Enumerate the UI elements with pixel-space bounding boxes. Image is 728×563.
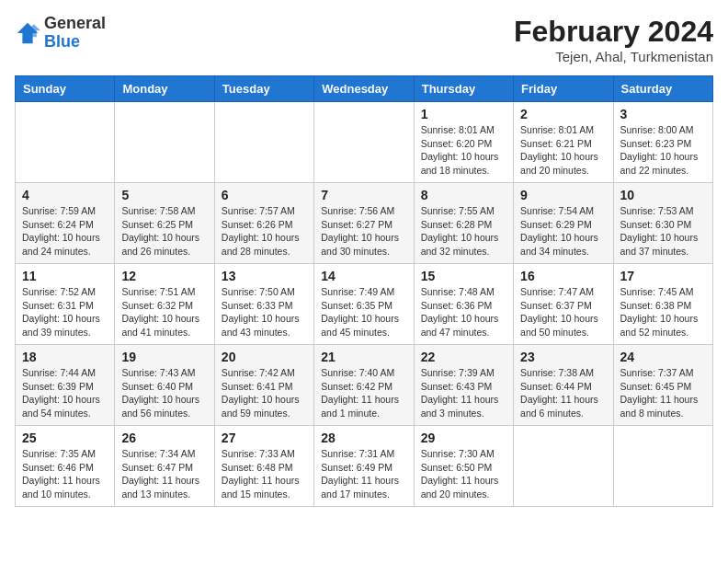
- page-header: General Blue February 2024 Tejen, Ahal, …: [15, 15, 713, 64]
- day-number: 29: [421, 431, 506, 445]
- day-number: 1: [421, 107, 506, 121]
- column-header-friday: Friday: [514, 76, 613, 102]
- logo-blue-text: Blue: [44, 32, 80, 51]
- day-info: Sunrise: 7:50 AMSunset: 6:33 PMDaylight:…: [222, 285, 307, 339]
- day-info: Sunrise: 7:35 AMSunset: 6:46 PMDaylight:…: [22, 447, 108, 501]
- day-number: 3: [620, 107, 706, 121]
- calendar-cell: 2Sunrise: 8:01 AMSunset: 6:21 PMDaylight…: [514, 102, 613, 183]
- day-info: Sunrise: 7:47 AMSunset: 6:37 PMDaylight:…: [520, 285, 606, 339]
- day-info: Sunrise: 7:58 AMSunset: 6:25 PMDaylight:…: [121, 204, 207, 259]
- calendar-week-row: 4Sunrise: 7:59 AMSunset: 6:24 PMDaylight…: [16, 183, 713, 264]
- day-info: Sunrise: 7:43 AMSunset: 6:40 PMDaylight:…: [121, 366, 207, 420]
- day-info: Sunrise: 7:48 AMSunset: 6:36 PMDaylight:…: [421, 285, 506, 339]
- day-info: Sunrise: 7:42 AMSunset: 6:41 PMDaylight:…: [222, 366, 307, 420]
- calendar-cell: 28Sunrise: 7:31 AMSunset: 6:49 PMDayligh…: [314, 426, 414, 507]
- calendar-cell: 23Sunrise: 7:38 AMSunset: 6:44 PMDayligh…: [514, 345, 613, 426]
- day-info: Sunrise: 7:33 AMSunset: 6:48 PMDaylight:…: [222, 447, 307, 501]
- day-info: Sunrise: 8:01 AMSunset: 6:20 PMDaylight:…: [421, 123, 506, 178]
- day-number: 6: [222, 188, 307, 202]
- day-number: 20: [222, 350, 307, 364]
- calendar-cell: 6Sunrise: 7:57 AMSunset: 6:26 PMDaylight…: [214, 183, 313, 264]
- day-info: Sunrise: 7:45 AMSunset: 6:38 PMDaylight:…: [620, 285, 706, 339]
- logo-icon: [15, 20, 40, 46]
- calendar-cell: [214, 102, 313, 183]
- column-header-sunday: Sunday: [16, 76, 115, 102]
- day-info: Sunrise: 7:40 AMSunset: 6:42 PMDaylight:…: [321, 366, 406, 420]
- logo: General Blue: [15, 15, 106, 52]
- calendar-cell: 10Sunrise: 7:53 AMSunset: 6:30 PMDayligh…: [613, 183, 712, 264]
- day-number: 23: [520, 350, 606, 364]
- day-number: 21: [321, 350, 406, 364]
- day-number: 10: [620, 188, 706, 202]
- title-block: February 2024 Tejen, Ahal, Turkmenistan: [514, 15, 713, 64]
- day-info: Sunrise: 7:55 AMSunset: 6:28 PMDaylight:…: [421, 204, 506, 259]
- day-info: Sunrise: 8:00 AMSunset: 6:23 PMDaylight:…: [620, 123, 706, 178]
- day-number: 24: [620, 350, 706, 364]
- day-info: Sunrise: 7:57 AMSunset: 6:26 PMDaylight:…: [222, 204, 307, 259]
- calendar-cell: 14Sunrise: 7:49 AMSunset: 6:35 PMDayligh…: [314, 264, 414, 345]
- calendar-cell: [514, 426, 613, 507]
- column-header-wednesday: Wednesday: [314, 76, 414, 102]
- calendar-header-row: SundayMondayTuesdayWednesdayThursdayFrid…: [16, 76, 713, 102]
- day-info: Sunrise: 7:56 AMSunset: 6:27 PMDaylight:…: [321, 204, 406, 259]
- day-info: Sunrise: 7:49 AMSunset: 6:35 PMDaylight:…: [321, 285, 406, 339]
- day-info: Sunrise: 7:44 AMSunset: 6:39 PMDaylight:…: [22, 366, 108, 420]
- calendar-cell: 22Sunrise: 7:39 AMSunset: 6:43 PMDayligh…: [414, 345, 513, 426]
- day-info: Sunrise: 8:01 AMSunset: 6:21 PMDaylight:…: [520, 123, 606, 178]
- calendar-cell: 20Sunrise: 7:42 AMSunset: 6:41 PMDayligh…: [214, 345, 313, 426]
- calendar-cell: 9Sunrise: 7:54 AMSunset: 6:29 PMDaylight…: [514, 183, 613, 264]
- calendar-cell: [115, 102, 214, 183]
- calendar-cell: 8Sunrise: 7:55 AMSunset: 6:28 PMDaylight…: [414, 183, 513, 264]
- month-title: February 2024: [514, 15, 713, 49]
- calendar-cell: 11Sunrise: 7:52 AMSunset: 6:31 PMDayligh…: [16, 264, 115, 345]
- calendar-week-row: 25Sunrise: 7:35 AMSunset: 6:46 PMDayligh…: [16, 426, 713, 507]
- day-info: Sunrise: 7:31 AMSunset: 6:49 PMDaylight:…: [321, 447, 406, 501]
- calendar-cell: 7Sunrise: 7:56 AMSunset: 6:27 PMDaylight…: [314, 183, 414, 264]
- calendar-cell: 1Sunrise: 8:01 AMSunset: 6:20 PMDaylight…: [414, 102, 513, 183]
- calendar-cell: 21Sunrise: 7:40 AMSunset: 6:42 PMDayligh…: [314, 345, 414, 426]
- calendar-cell: [16, 102, 115, 183]
- day-number: 5: [121, 188, 207, 202]
- day-number: 22: [421, 350, 506, 364]
- calendar-table: SundayMondayTuesdayWednesdayThursdayFrid…: [15, 75, 713, 507]
- calendar-cell: 17Sunrise: 7:45 AMSunset: 6:38 PMDayligh…: [613, 264, 712, 345]
- calendar-cell: 24Sunrise: 7:37 AMSunset: 6:45 PMDayligh…: [613, 345, 712, 426]
- calendar-cell: [314, 102, 414, 183]
- column-header-tuesday: Tuesday: [214, 76, 313, 102]
- day-number: 28: [321, 431, 406, 445]
- calendar-cell: 5Sunrise: 7:58 AMSunset: 6:25 PMDaylight…: [115, 183, 214, 264]
- day-number: 27: [222, 431, 307, 445]
- day-number: 2: [520, 107, 606, 121]
- column-header-saturday: Saturday: [613, 76, 712, 102]
- day-number: 11: [22, 269, 108, 283]
- day-info: Sunrise: 7:51 AMSunset: 6:32 PMDaylight:…: [121, 285, 207, 339]
- day-info: Sunrise: 7:59 AMSunset: 6:24 PMDaylight:…: [22, 204, 108, 259]
- calendar-cell: 26Sunrise: 7:34 AMSunset: 6:47 PMDayligh…: [115, 426, 214, 507]
- day-number: 15: [421, 269, 506, 283]
- calendar-week-row: 11Sunrise: 7:52 AMSunset: 6:31 PMDayligh…: [16, 264, 713, 345]
- day-info: Sunrise: 7:52 AMSunset: 6:31 PMDaylight:…: [22, 285, 108, 339]
- calendar-cell: 13Sunrise: 7:50 AMSunset: 6:33 PMDayligh…: [214, 264, 313, 345]
- day-number: 12: [121, 269, 207, 283]
- calendar-cell: 25Sunrise: 7:35 AMSunset: 6:46 PMDayligh…: [16, 426, 115, 507]
- day-number: 9: [520, 188, 606, 202]
- logo-general-text: General: [44, 14, 106, 32]
- day-number: 17: [620, 269, 706, 283]
- day-number: 19: [121, 350, 207, 364]
- calendar-cell: 19Sunrise: 7:43 AMSunset: 6:40 PMDayligh…: [115, 345, 214, 426]
- column-header-thursday: Thursday: [414, 76, 513, 102]
- calendar-cell: 16Sunrise: 7:47 AMSunset: 6:37 PMDayligh…: [514, 264, 613, 345]
- calendar-cell: 3Sunrise: 8:00 AMSunset: 6:23 PMDaylight…: [613, 102, 712, 183]
- day-number: 14: [321, 269, 406, 283]
- calendar-cell: 29Sunrise: 7:30 AMSunset: 6:50 PMDayligh…: [414, 426, 513, 507]
- day-info: Sunrise: 7:54 AMSunset: 6:29 PMDaylight:…: [520, 204, 606, 259]
- day-number: 16: [520, 269, 606, 283]
- day-info: Sunrise: 7:39 AMSunset: 6:43 PMDaylight:…: [421, 366, 506, 420]
- day-info: Sunrise: 7:37 AMSunset: 6:45 PMDaylight:…: [620, 366, 706, 420]
- day-number: 25: [22, 431, 108, 445]
- calendar-week-row: 18Sunrise: 7:44 AMSunset: 6:39 PMDayligh…: [16, 345, 713, 426]
- calendar-cell: 18Sunrise: 7:44 AMSunset: 6:39 PMDayligh…: [16, 345, 115, 426]
- day-info: Sunrise: 7:34 AMSunset: 6:47 PMDaylight:…: [121, 447, 207, 501]
- day-number: 13: [222, 269, 307, 283]
- calendar-cell: 4Sunrise: 7:59 AMSunset: 6:24 PMDaylight…: [16, 183, 115, 264]
